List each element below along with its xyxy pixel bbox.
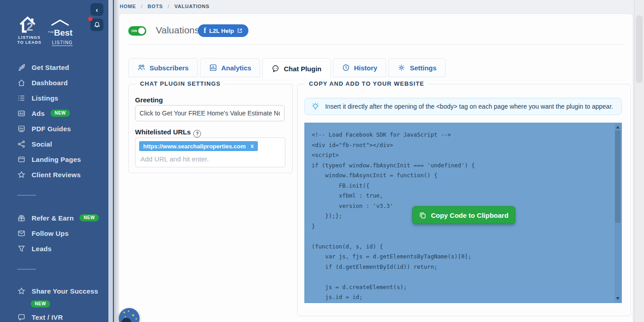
logo-line2: TO LEADS [15,40,43,45]
tab-subscribers[interactable]: Subscribers [128,58,198,77]
greeting-label: Greeting [135,96,163,104]
sidebar-item-label: PDF Guides [32,125,71,133]
page-scrollbar-thumb[interactable] [636,15,643,83]
sidebar-item-leads[interactable]: Leads [0,241,108,256]
tab-label: Analytics [221,64,252,72]
tab-history[interactable]: History [333,58,387,77]
pdf-icon: PDF [17,124,26,133]
sidebar-item-label: Listings [32,94,58,102]
chat-plugin-settings-legend: CHAT PLUGIN SETTINGS [136,80,224,87]
copy-code-panel: COPY AND ADD TO YOUR WEBSITE Insert it d… [297,84,631,316]
chat-icon [17,313,26,322]
sidebar-item-landing-pages[interactable]: Landing Pages [0,152,108,167]
tab-label: Subscribers [149,64,189,72]
copy-code-button[interactable]: Copy Code to Clipboard [412,206,515,224]
sidebar-scrollbar[interactable] [108,0,113,322]
tab-chat-plugin[interactable]: Chat Plugin [262,58,330,78]
sidebar-item-label: Landing Pages [32,156,81,163]
gift-icon [17,214,26,222]
ad-icon: Ad [17,109,26,118]
copy-icon [419,212,426,219]
brand-logo[interactable]: 2 LISTINGS TO LEADS THEBest LISTING [15,15,83,47]
sidebar-divider [17,269,36,270]
sidebar-item-dashboard[interactable]: Dashboard [0,75,108,90]
gear-icon [397,64,406,72]
sidebar-item-ads[interactable]: AdAdsNEW [0,106,108,121]
breadcrumb-separator: / [168,4,169,9]
chart-icon [209,64,217,72]
sidebar-item-label: Follow Ups [32,230,69,237]
external-link-icon [237,28,243,33]
sidebar-nav-middle: Refer & EarnNEWFollow UpsLeads [0,210,108,256]
sidebar-item-label: Leads [32,245,51,253]
help-tooltip-icon[interactable]: ? [193,130,201,138]
page-scrollbar[interactable] [634,0,644,322]
bot-on-toggle[interactable]: ON [128,26,146,36]
sidebar-border [113,0,114,322]
sidebar-item-follow-ups[interactable]: Follow Ups [0,225,108,241]
sidebar-item-get-started[interactable]: Get Started [0,60,108,75]
notifications-button[interactable] [90,18,103,31]
toggle-knob [138,28,145,34]
sidebar-collapse-button[interactable]: ‹ [90,3,103,16]
breadcrumb-current: VALUATIONS [174,4,210,9]
landing-icon [17,155,26,164]
sidebar-item-share-your-success[interactable]: Share Your Success [0,283,108,299]
star-icon [17,287,26,295]
toggle-on-label: ON [131,29,137,33]
tab-settings[interactable]: Settings [388,58,445,77]
sidebar-item-label: Client Reviews [32,171,81,179]
new-badge: NEW [31,300,50,308]
sidebar-item-social[interactable]: Social [0,136,108,152]
alert-text: Insert it directly after the opening of … [325,103,613,110]
sidebar-item-text-ivr[interactable]: Text / IVR [0,309,108,322]
sidebar-item-client-reviews[interactable]: Client Reviews [0,167,108,182]
info-alert: Insert it directly after the opening of … [304,98,622,115]
code-scrollbar-thumb[interactable] [615,130,621,223]
whitelisted-urls-input[interactable]: https://www.searchallproperties.com x Ad… [135,138,285,167]
svg-text:Ad: Ad [19,111,24,115]
app-window: 2 LISTINGS TO LEADS THEBest LISTING ‹ [0,0,644,322]
scroll-down-arrow-icon[interactable] [616,297,620,300]
whitelisted-urls-label: Whitelisted URLs? [135,128,201,138]
url-input-placeholder: Add URL and hit enter. [140,155,209,163]
notification-badge-dot [88,17,93,21]
svg-text:PDF: PDF [19,127,24,129]
embed-code-block[interactable]: <!-- Load Facebook SDK for JavaScript --… [304,123,622,303]
code-scrollbar[interactable] [615,124,621,302]
remove-url-icon[interactable]: x [251,143,254,149]
breadcrumb-bots[interactable]: BOTS [148,4,163,9]
scroll-up-arrow-icon[interactable] [616,126,620,129]
sidebar-item-label: Share Your Success [32,287,98,295]
bell-icon [93,21,101,28]
share-icon [17,140,26,148]
url-tag[interactable]: https://www.searchallproperties.com x [139,141,258,151]
tab-label: Chat Plugin [284,65,321,73]
chat-widget-graphic [121,318,131,322]
new-badge-row: NEW [0,299,108,309]
mail-icon [17,229,26,238]
greeting-input[interactable] [135,105,285,121]
tab-bar: SubscribersAnalyticsChat PluginHistorySe… [128,58,446,78]
sidebar-item-pdf-guides[interactable]: PDFPDF Guides [0,121,108,136]
sidebar-item-label: Text / IVR [32,313,63,321]
listings-to-leads-logo: 2 LISTINGS TO LEADS [15,15,43,45]
list-icon [17,94,26,102]
sidebar-item-refer-earn[interactable]: Refer & EarnNEW [0,210,108,225]
sidebar-divider [17,195,36,196]
l2l-help-button[interactable]: f L2L Help [198,24,248,37]
tab-analytics[interactable]: Analytics [200,58,261,77]
people-icon [137,64,145,72]
main-card: ON Valuations - f L2L Help SubscribersAn… [119,14,633,322]
sidebar: 2 LISTINGS TO LEADS THEBest LISTING ‹ [0,0,114,322]
breadcrumb-home[interactable]: HOME [120,4,136,9]
copy-button-label: Copy Code to Clipboard [431,212,509,219]
breadcrumb: HOME / BOTS / VALUATIONS [120,4,210,9]
sidebar-item-label: Social [32,140,52,148]
tab-label: Settings [410,64,436,72]
tab-label: History [354,64,378,72]
sidebar-item-listings[interactable]: Listings [0,90,108,106]
home-icon [17,78,26,87]
sidebar-item-label: Dashboard [32,79,68,87]
help-button-label: L2L Help [209,28,234,34]
